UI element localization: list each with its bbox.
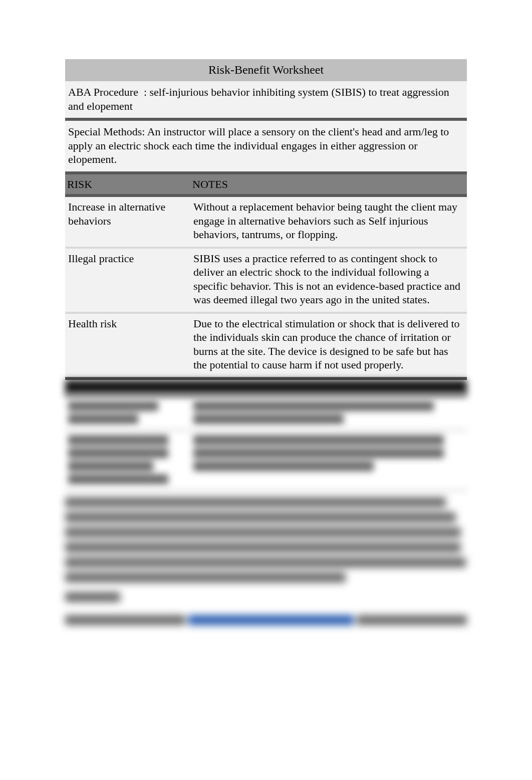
header-risk: RISK (65, 174, 190, 194)
blurred-cell (190, 431, 467, 489)
worksheet-table: Risk-Benefit Worksheet ABA Procedure : s… (65, 59, 467, 491)
blurred-paragraph (65, 497, 467, 582)
risk-cell: Illegal practice (65, 249, 190, 312)
separator (65, 489, 467, 491)
table-row: Increase in alternative behaviors Withou… (65, 197, 467, 247)
table-row: Illegal practice SIBIS uses a practice r… (65, 249, 467, 312)
blurred-row (65, 431, 467, 489)
procedure-text: ABA Procedure : self-injurious behavior … (65, 81, 467, 118)
notes-cell: SIBIS uses a practice referred to as con… (190, 249, 467, 312)
table-row: Health risk Due to the electrical stimul… (65, 314, 467, 377)
risk-cell: Increase in alternative behaviors (65, 197, 190, 247)
risk-cell: Health risk (65, 314, 190, 377)
special-methods-text: Special Methods: An instructor will plac… (65, 121, 467, 171)
worksheet-title: Risk-Benefit Worksheet (65, 59, 467, 81)
blurred-section-header (65, 380, 467, 394)
table-header-row: RISK NOTES (65, 174, 467, 194)
worksheet-page: Risk-Benefit Worksheet ABA Procedure : s… (0, 0, 532, 646)
notes-cell: Without a replacement behavior being tau… (190, 197, 467, 247)
blurred-reference-entry (65, 612, 467, 626)
blurred-cell (65, 431, 190, 489)
title-row: Risk-Benefit Worksheet (65, 59, 467, 81)
notes-cell: Due to the electrical stimulation or sho… (190, 314, 467, 377)
blurred-references-label (65, 590, 120, 604)
procedure-row: ABA Procedure : self-injurious behavior … (65, 81, 467, 118)
blurred-cell (65, 397, 190, 429)
header-notes: NOTES (190, 174, 467, 194)
blurred-row (65, 397, 467, 429)
blurred-cell (190, 397, 467, 429)
special-methods-row: Special Methods: An instructor will plac… (65, 121, 467, 171)
